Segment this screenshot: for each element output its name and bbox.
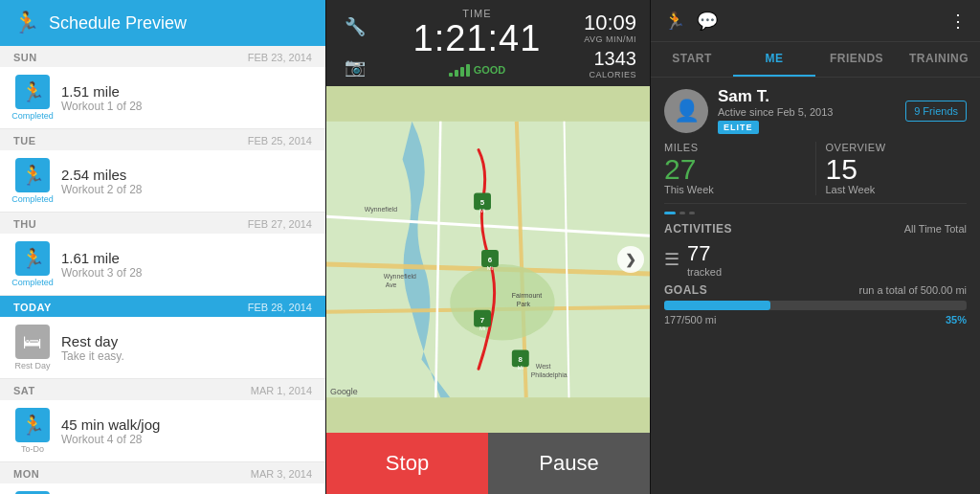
signal-bars	[449, 63, 470, 77]
miles-this-week: MILES 27 This Week	[664, 142, 806, 195]
workout-info: 45 min walk/jog Workout 4 of 28	[61, 416, 312, 446]
workout-icon-wrap: 🏃 Completed	[13, 75, 52, 121]
tab-friends[interactable]: FRIENDS	[815, 42, 898, 77]
svg-text:Wynnefield: Wynnefield	[384, 273, 416, 281]
svg-text:Fairmount: Fairmount	[512, 292, 542, 299]
workout-badge: Completed	[11, 111, 54, 121]
activity-info: 77 tracked	[687, 241, 722, 278]
svg-point-7	[450, 264, 554, 341]
workout-icon: 🛏	[15, 325, 50, 359]
workout-sub: Take it easy.	[61, 349, 312, 363]
workout-item[interactable]: 🏃 To-Do 1.5 mi run/walk Workout 5 of 28	[0, 483, 325, 494]
tab-start[interactable]: START	[651, 42, 733, 77]
tab-training[interactable]: TRAINING	[898, 42, 980, 77]
schedule-title: Schedule Preview	[49, 13, 187, 34]
workout-icon: 🏃	[15, 75, 50, 109]
more-menu-icon[interactable]: ⋮	[949, 11, 967, 32]
tracker-time-block: TIME 1:21:41 GOOD	[370, 8, 584, 77]
section-day: TUE	[13, 135, 36, 146]
run-nav-icon[interactable]: 🏃	[664, 11, 685, 32]
schedule-section: MONMAR 3, 2014 🏃 To-Do 1.5 mi run/walk W…	[0, 462, 325, 494]
schedule-section: TODAYFEB 28, 2014 🛏 Rest Day Rest day Ta…	[0, 296, 325, 379]
dot-1[interactable]	[664, 212, 676, 214]
goals-desc: run a total of 500.00 mi	[858, 284, 967, 296]
section-day: SUN	[13, 52, 37, 63]
workout-item[interactable]: 🏃 To-Do 45 min walk/jog Workout 4 of 28	[0, 400, 325, 462]
workout-sub: Workout 3 of 28	[61, 266, 312, 280]
settings-icon[interactable]: 🔧	[340, 11, 370, 42]
workout-title: 1.51 mile	[61, 83, 312, 100]
workout-item[interactable]: 🛏 Rest Day Rest day Take it easy.	[0, 317, 325, 379]
miles-sub: This Week	[664, 184, 806, 195]
signal-row: GOOD	[370, 63, 584, 77]
schedule-section: SATMAR 1, 2014 🏃 To-Do 45 min walk/jog W…	[0, 379, 325, 462]
section-date: FEB 23, 2014	[248, 52, 312, 63]
camera-icon[interactable]: 📷	[340, 52, 370, 82]
section-day: SAT	[13, 385, 35, 396]
signal-label: GOOD	[474, 64, 506, 76]
activity-count: 77	[687, 241, 722, 266]
map-chevron[interactable]: ❯	[617, 246, 644, 273]
activities-label: ACTIVITIES	[664, 222, 732, 236]
elite-badge: ELITE	[718, 121, 759, 134]
goal-bar	[664, 301, 967, 310]
workout-item[interactable]: 🏃 Completed 2.54 miles Workout 2 of 28	[0, 150, 325, 213]
chat-icon[interactable]: 💬	[697, 11, 718, 32]
svg-text:Mi: Mi	[479, 326, 485, 331]
workout-badge: Completed	[11, 194, 54, 204]
profile-tabs: STARTMEFRIENDSTRAINING	[651, 42, 980, 78]
svg-text:8: 8	[519, 355, 523, 364]
workout-badge: Rest Day	[14, 361, 50, 370]
workout-sub: Workout 4 of 28	[61, 433, 312, 446]
section-header: THUFEB 27, 2014	[0, 213, 325, 234]
goal-progress: 177/500 mi	[664, 314, 716, 326]
user-since: Active since Feb 5, 2013	[718, 106, 896, 118]
svg-text:6: 6	[488, 256, 493, 264]
dot-3[interactable]	[689, 212, 695, 214]
workout-item[interactable]: 🏃 Completed 1.51 mile Workout 1 of 28	[0, 67, 325, 129]
schedule-header: 🏃 Schedule Preview	[0, 0, 325, 46]
workout-title: 2.54 miles	[61, 167, 312, 183]
activity-item: ☰ 77 tracked	[664, 241, 967, 278]
schedule-section: TUEFEB 25, 2014 🏃 Completed 2.54 miles W…	[0, 129, 325, 213]
goals-header: GOALS run a total of 500.00 mi	[664, 283, 967, 297]
workout-info: 2.54 miles Workout 2 of 28	[61, 167, 312, 196]
list-icon: ☰	[664, 249, 679, 270]
tracker-icons: 🔧 📷	[340, 8, 370, 82]
last-week-value: 15	[826, 155, 968, 184]
dot-2[interactable]	[679, 212, 685, 214]
signal-bar-2	[455, 70, 458, 77]
svg-text:Wynnefield: Wynnefield	[365, 206, 397, 213]
last-week-sub: Last Week	[826, 184, 968, 195]
workout-item[interactable]: 🏃 Completed 1.61 mile Workout 3 of 28	[0, 234, 325, 296]
goal-pct: 35%	[946, 314, 967, 326]
svg-text:Google: Google	[330, 387, 358, 396]
pause-button[interactable]: Pause	[488, 433, 650, 494]
workout-title: Rest day	[61, 333, 312, 349]
tracker-map[interactable]: 5 Mi 6 Mi 7 Mi 8 Mi Wynnefield Fairmount…	[326, 86, 650, 433]
overview-label: OVERVIEW	[826, 142, 968, 153]
svg-text:5: 5	[480, 198, 485, 207]
tracker-panel: 🔧 📷 TIME 1:21:41 GOOD 10:09 AVG MIN/MI 1…	[325, 0, 651, 494]
workout-icon: 🏃	[15, 408, 50, 442]
section-header: MONMAR 3, 2014	[0, 462, 325, 483]
workout-icon-wrap: 🏃 Completed	[13, 241, 52, 287]
schedule-section: SUNFEB 23, 2014 🏃 Completed 1.51 mile Wo…	[0, 46, 325, 129]
section-header: TODAYFEB 28, 2014	[0, 296, 325, 317]
workout-badge: To-Do	[21, 444, 44, 454]
friends-button[interactable]: 9 Friends	[905, 101, 967, 122]
stats-divider	[815, 142, 816, 195]
goals-label: GOALS	[664, 283, 707, 297]
activity-sub: tracked	[687, 266, 722, 278]
pace-value: 10:09	[584, 11, 636, 34]
workout-icon-wrap: 🛏 Rest Day	[13, 325, 52, 370]
activities-header: ACTIVITIES All Time Total	[664, 222, 967, 236]
goal-bar-labels: 177/500 mi 35%	[664, 314, 967, 326]
workout-icon-wrap: 🏃 Completed	[13, 158, 52, 204]
svg-text:West: West	[536, 363, 551, 370]
signal-bar-4	[466, 64, 470, 77]
stop-button[interactable]: Stop	[326, 433, 488, 494]
section-day: TODAY	[13, 302, 52, 313]
workout-title: 1.61 mile	[61, 250, 312, 266]
tab-me[interactable]: ME	[733, 42, 815, 77]
